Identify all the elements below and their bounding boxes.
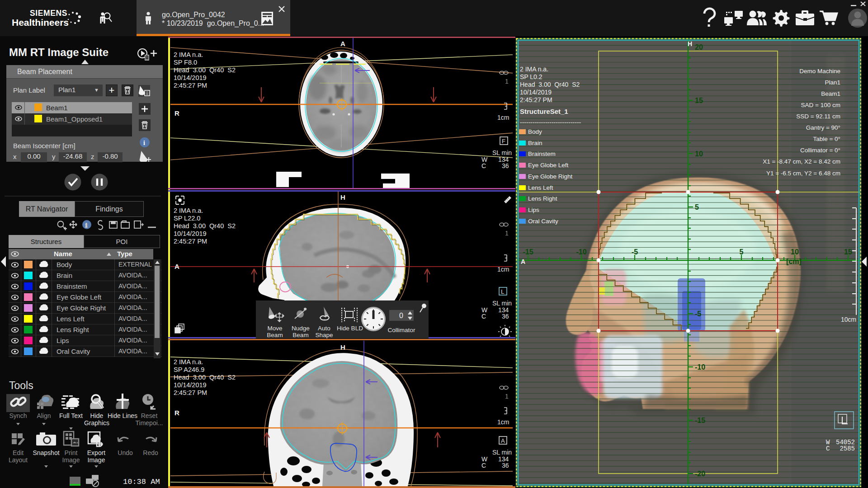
svg-text:A: A [340,40,345,47]
svg-text:15: 15 [844,248,852,256]
svg-text:Auto: Auto [318,325,330,332]
svg-text:SL min: SL min [492,449,512,456]
svg-text:SL min: SL min [492,300,512,307]
svg-text:Demo Machine: Demo Machine [799,68,840,75]
svg-text:i: i [85,222,87,229]
svg-text:Move: Move [267,325,282,332]
svg-text:10/14/2019: 10/14/2019 [520,89,552,96]
svg-text:10: 10 [695,150,703,158]
svg-text:-5: -5 [695,310,701,318]
svg-text:X1 = -8.47 cm, X2 = 8.42 cm: X1 = -8.47 cm, X2 = 8.42 cm [763,158,840,165]
svg-text:Head 3.00 Qr40 S2: Head 3.00 Qr40 S2 [174,374,236,381]
svg-text:36: 36 [502,162,509,169]
svg-text:L: L [501,288,504,295]
svg-text:10cm: 10cm [841,316,856,323]
svg-text:Shape: Shape [315,332,333,338]
svg-text:2 IMA n.a.: 2 IMA n.a. [174,51,203,58]
svg-text:2:45:27 PM: 2:45:27 PM [174,82,207,89]
svg-text:5: 5 [740,248,744,256]
svg-text:SIEMENS: SIEMENS [30,9,67,18]
svg-text:10: 10 [791,248,799,256]
svg-text:-15: -15 [695,417,705,424]
svg-text:Beam: Beam [292,332,308,338]
svg-text:H: H [340,193,345,201]
svg-text:Head 3.00 Qr40 S2: Head 3.00 Qr40 S2 [520,81,580,88]
svg-text:-10: -10 [695,363,705,371]
svg-text:Plan1: Plan1 [825,79,840,86]
svg-text:0: 0 [399,312,403,319]
svg-text:10/14/2019: 10/14/2019 [174,381,207,389]
svg-text:Lens Left: Lens Left [528,184,553,191]
svg-text:A: A [501,437,505,444]
svg-text:SP L0.2: SP L0.2 [520,73,542,80]
svg-text:C: C [826,445,830,452]
svg-text:C: C [481,162,486,169]
svg-text:10/14/2019: 10/14/2019 [174,230,207,237]
svg-text:-15: -15 [523,248,533,256]
svg-text:Gantry = 90°: Gantry = 90° [806,124,840,131]
svg-text:R: R [175,409,179,417]
svg-text:2 IMA n.a.: 2 IMA n.a. [174,358,203,366]
svg-text:A: A [521,258,525,265]
svg-text:Table = 0°: Table = 0° [813,136,840,142]
svg-text:Brainstem: Brainstem [528,150,556,157]
svg-text:Collimator = 0°: Collimator = 0° [800,147,840,154]
svg-text:Hide BLD: Hide BLD [337,325,363,332]
svg-text:[cm]: [cm] [786,258,802,265]
svg-text:SAD = 100 cm: SAD = 100 cm [801,102,840,108]
svg-text:5: 5 [695,203,699,211]
svg-text:C: C [481,313,486,320]
svg-text:F: F [502,138,505,145]
svg-text:Healthineers: Healthineers [12,17,69,28]
svg-text:-5: -5 [632,248,638,256]
svg-text:H: H [688,40,692,47]
svg-text:H: H [340,343,345,351]
svg-text:Nudge: Nudge [292,325,310,332]
svg-text:Collimator: Collimator [388,327,415,333]
svg-text:1cm: 1cm [497,418,509,426]
svg-text:-20: -20 [695,470,705,478]
svg-text:2:45:27 PM: 2:45:27 PM [174,238,207,245]
svg-text:36: 36 [502,313,509,320]
svg-text:A: A [175,263,179,270]
svg-text:10/14/2019: 10/14/2019 [174,74,207,81]
svg-text:SSD = 92.11 cm: SSD = 92.11 cm [796,113,840,120]
svg-text:-----------------------------: ----------------------------- [520,119,581,126]
svg-text:Eye Globe Left: Eye Globe Left [528,162,569,169]
svg-text:2:45:27 PM: 2:45:27 PM [520,96,552,103]
svg-text:C: C [481,462,486,469]
svg-text:Lips: Lips [528,206,539,213]
svg-text:-10: -10 [576,248,586,256]
svg-text:SP L22.0: SP L22.0 [174,215,200,222]
svg-text:20: 20 [695,43,703,51]
svg-text:SP A246.9: SP A246.9 [174,366,204,373]
svg-text:1: 1 [505,230,509,237]
svg-text:15: 15 [695,97,703,104]
svg-text:StructureSet_1: StructureSet_1 [520,108,568,115]
svg-text:Head 3.00 Qr40 S2: Head 3.00 Qr40 S2 [174,66,236,74]
svg-text:SP F8.0: SP F8.0 [174,59,197,66]
svg-text:Brain: Brain [528,140,542,146]
svg-text:1: 1 [505,78,509,85]
svg-text:Beam: Beam [267,332,283,338]
svg-text:Lens Right: Lens Right [528,195,557,202]
svg-text:1cm: 1cm [497,114,509,121]
svg-text:Eye Globe Right: Eye Globe Right [528,173,573,180]
svg-text:SL min: SL min [492,149,512,156]
svg-text:1: 1 [505,393,509,400]
svg-text:1cm: 1cm [497,266,509,273]
svg-text:2:45:27 PM: 2:45:27 PM [174,389,207,396]
svg-text:2585: 2585 [840,445,855,452]
svg-text:R: R [175,109,179,117]
svg-text:36: 36 [502,462,509,469]
svg-text:Head 3.00 Qr40 S2: Head 3.00 Qr40 S2 [174,222,236,230]
svg-text:2 IMA n.a.: 2 IMA n.a. [174,207,203,214]
svg-text:Oral Cavity: Oral Cavity [528,218,558,225]
svg-text:Body: Body [528,128,542,135]
svg-text:Beam1: Beam1 [821,90,840,97]
svg-text:2 IMA n.a.: 2 IMA n.a. [520,66,548,73]
svg-text:Y1 = -6.5 cm, Y2 = 6.48 cm: Y1 = -6.5 cm, Y2 = 6.48 cm [766,170,840,177]
